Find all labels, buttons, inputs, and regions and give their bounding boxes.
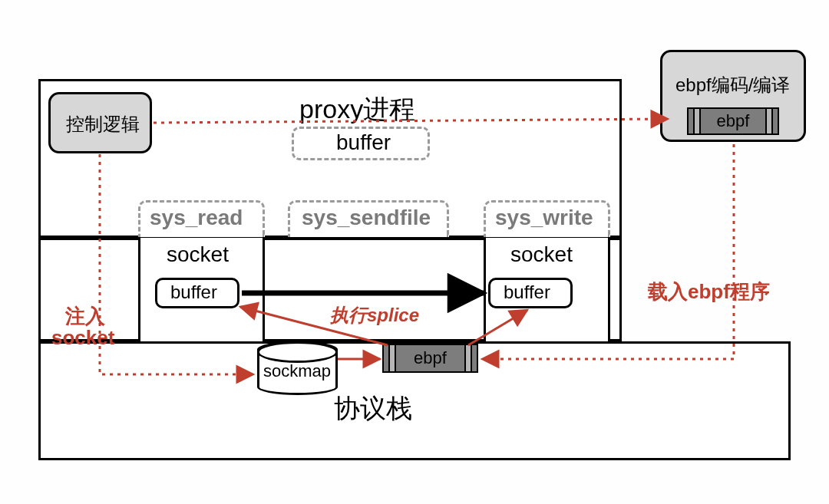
ebpf-cartridge-stack: ebpf bbox=[382, 344, 478, 373]
inject-socket-l2: socket bbox=[51, 326, 114, 350]
diagram-root: 控制逻辑 ebpf编码/编译 ebpf proxy进程 buffer sys_r… bbox=[0, 0, 829, 504]
protocol-stack-label: 协议栈 bbox=[334, 391, 412, 427]
sys-sendfile-label: sys_sendfile bbox=[302, 206, 431, 230]
socket-left-label: socket bbox=[167, 242, 229, 267]
sockmap-label: sockmap bbox=[263, 361, 331, 381]
ebpf-cartridge-top: ebpf bbox=[687, 107, 779, 135]
load-ebpf-prog-label: 载入ebpf程序 bbox=[648, 278, 770, 305]
buffer-right-label: buffer bbox=[504, 282, 550, 303]
sys-read-label: sys_read bbox=[150, 206, 243, 230]
ebpf-compile-label: ebpf编码/编译 bbox=[675, 73, 790, 97]
sys-write-label: sys_write bbox=[495, 206, 593, 230]
control-logic-label: 控制逻辑 bbox=[66, 112, 140, 137]
exec-splice-label: 执行splice bbox=[330, 303, 419, 328]
ebpf-cartridge-stack-label: ebpf bbox=[384, 348, 477, 368]
socket-right-label: socket bbox=[510, 242, 573, 267]
buffer-top-label: buffer bbox=[336, 130, 391, 155]
proxy-title: proxy进程 bbox=[299, 92, 415, 127]
buffer-left-label: buffer bbox=[170, 282, 217, 303]
ebpf-cartridge-top-label: ebpf bbox=[689, 111, 778, 131]
